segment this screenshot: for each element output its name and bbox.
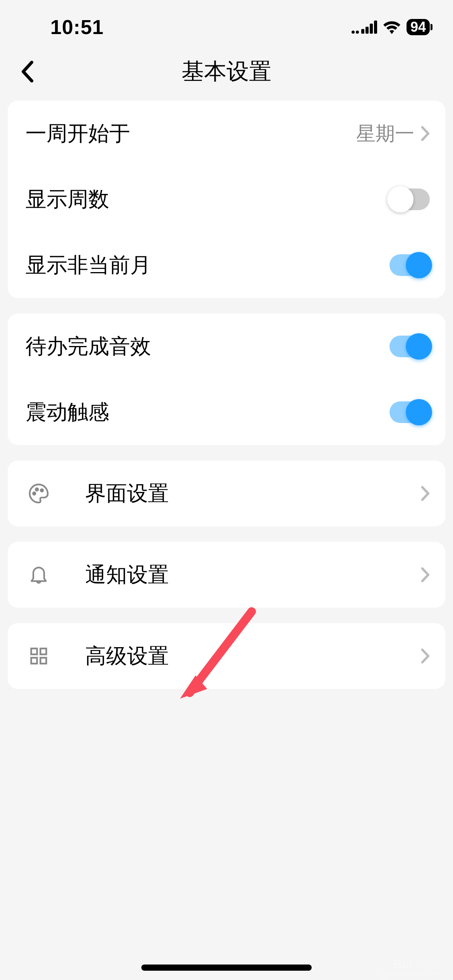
status-bar: 10:51 94 bbox=[0, 0, 453, 43]
haptic-toggle[interactable] bbox=[390, 401, 430, 423]
settings-row-notification: 通知设置 bbox=[8, 542, 445, 608]
wifi-icon bbox=[383, 20, 401, 34]
chevron-right-icon bbox=[421, 649, 430, 663]
notification-settings-label: 通知设置 bbox=[85, 561, 421, 589]
status-indicators: 94 bbox=[352, 19, 430, 35]
svg-rect-5 bbox=[31, 658, 37, 663]
haptic-label: 震动触感 bbox=[26, 398, 390, 427]
row-week-start[interactable]: 一周开始于 星期一 bbox=[8, 101, 445, 166]
grid-icon bbox=[27, 644, 50, 668]
show-non-current-label: 显示非当前月 bbox=[26, 251, 390, 279]
week-start-label: 一周开始于 bbox=[26, 120, 356, 148]
week-start-value: 星期一 bbox=[356, 121, 414, 147]
settings-group-feedback: 待办完成音效 震动触感 bbox=[8, 314, 445, 445]
todo-sound-toggle[interactable] bbox=[390, 336, 430, 357]
ui-settings-label: 界面设置 bbox=[85, 480, 421, 508]
back-button[interactable] bbox=[15, 60, 39, 83]
bell-icon bbox=[27, 563, 50, 586]
cellular-signal-icon bbox=[352, 21, 377, 34]
settings-row-ui: 界面设置 bbox=[8, 461, 445, 526]
row-notification-settings[interactable]: 通知设置 bbox=[8, 542, 445, 608]
row-advanced-settings[interactable]: 高级设置 bbox=[8, 623, 445, 689]
svg-rect-4 bbox=[40, 649, 46, 654]
svg-point-2 bbox=[41, 489, 43, 492]
row-todo-sound: 待办完成音效 bbox=[8, 314, 445, 379]
settings-group-calendar: 一周开始于 星期一 显示周数 显示非当前月 bbox=[8, 101, 445, 298]
chevron-right-icon bbox=[421, 567, 430, 582]
palette-icon bbox=[27, 482, 50, 505]
battery-indicator: 94 bbox=[407, 19, 430, 35]
watermark-brand: Bai bbox=[393, 957, 413, 971]
chevron-right-icon bbox=[421, 486, 430, 501]
chevron-right-icon bbox=[421, 126, 430, 141]
status-time: 10:51 bbox=[50, 15, 104, 39]
row-show-non-current-month: 显示非当前月 bbox=[8, 232, 445, 298]
svg-rect-3 bbox=[31, 649, 37, 654]
svg-point-0 bbox=[33, 492, 35, 495]
home-indicator[interactable] bbox=[141, 965, 312, 971]
row-haptic: 震动触感 bbox=[8, 379, 445, 445]
nav-header: 基本设置 bbox=[0, 43, 453, 101]
show-week-num-toggle[interactable] bbox=[390, 188, 430, 210]
advanced-settings-label: 高级设置 bbox=[85, 642, 421, 670]
row-ui-settings[interactable]: 界面设置 bbox=[8, 461, 445, 526]
todo-sound-label: 待办完成音效 bbox=[26, 332, 390, 361]
svg-point-1 bbox=[36, 488, 38, 490]
chevron-left-icon bbox=[21, 61, 33, 82]
row-show-week-number: 显示周数 bbox=[8, 166, 445, 232]
watermark-url: jingyan.baidu.com bbox=[373, 970, 441, 980]
page-title: 基本设置 bbox=[15, 57, 438, 87]
svg-rect-6 bbox=[40, 658, 46, 663]
settings-row-advanced: 高级设置 bbox=[8, 623, 445, 689]
show-week-num-label: 显示周数 bbox=[26, 185, 390, 214]
show-non-current-toggle[interactable] bbox=[390, 254, 430, 276]
